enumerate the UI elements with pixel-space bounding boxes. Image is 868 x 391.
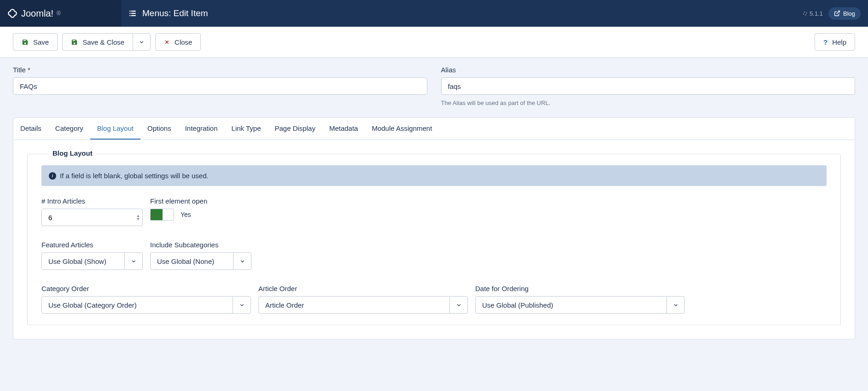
version-text: 5.1.1 bbox=[810, 10, 823, 17]
chevron-down-icon bbox=[139, 39, 145, 45]
tab-blog-layout[interactable]: Blog Layout bbox=[90, 118, 140, 140]
first-element-open-label: First element open bbox=[150, 197, 251, 205]
header-right: 5.1.1 Blog bbox=[803, 7, 868, 20]
tabs: Details Category Blog Layout Options Int… bbox=[13, 118, 855, 140]
first-element-open-group: First element open Yes bbox=[150, 197, 251, 226]
external-link-icon bbox=[834, 10, 840, 17]
tab-integration[interactable]: Integration bbox=[178, 118, 225, 140]
first-element-open-value: Yes bbox=[181, 211, 191, 218]
article-order-select[interactable]: Article Order bbox=[258, 296, 468, 314]
joomla-logo[interactable]: Joomla!® bbox=[6, 7, 61, 19]
title-label: Title * bbox=[13, 66, 427, 74]
save-button[interactable]: Save bbox=[13, 33, 58, 51]
date-ordering-select[interactable]: Use Global (Published) bbox=[475, 296, 685, 314]
featured-articles-select[interactable]: Use Global (Show) bbox=[41, 252, 143, 270]
tab-module-assignment[interactable]: Module Assignment bbox=[365, 118, 439, 140]
article-order-group: Article Order Article Order bbox=[258, 285, 468, 314]
date-ordering-group: Date for Ordering Use Global (Published) bbox=[475, 285, 685, 314]
save-close-button[interactable]: Save & Close bbox=[62, 33, 133, 51]
alias-label: Alias bbox=[441, 66, 856, 74]
brand-section: Joomla!® bbox=[0, 0, 121, 27]
page-title: Menus: Edit Item bbox=[142, 8, 208, 18]
category-order-group: Category Order Use Global (Category Orde… bbox=[41, 285, 251, 314]
intro-articles-input[interactable] bbox=[41, 209, 143, 226]
include-subcategories-label: Include Subcategories bbox=[150, 241, 251, 249]
site-link-label: Blog bbox=[843, 10, 855, 17]
help-button[interactable]: ? Help bbox=[815, 33, 855, 51]
alias-column: Alias The Alias will be used as part of … bbox=[441, 66, 856, 106]
close-icon bbox=[164, 39, 170, 45]
svg-rect-1 bbox=[131, 11, 136, 12]
list-icon bbox=[128, 9, 137, 18]
intro-articles-group: # Intro Articles ▲ ▼ bbox=[41, 197, 143, 226]
chevron-down-icon: ▼ bbox=[136, 217, 140, 221]
tab-details[interactable]: Details bbox=[13, 118, 48, 140]
close-button[interactable]: Close bbox=[155, 33, 201, 51]
alias-help-text: The Alias will be used as part of the UR… bbox=[441, 99, 856, 106]
blog-layout-fieldset: Blog Layout i If a field is left blank, … bbox=[27, 154, 841, 325]
first-element-open-toggle[interactable] bbox=[150, 209, 174, 221]
svg-rect-2 bbox=[129, 13, 130, 14]
save-icon bbox=[22, 39, 29, 46]
include-subcategories-select[interactable]: Use Global (None) bbox=[150, 252, 251, 270]
title-column: Title * bbox=[13, 66, 427, 106]
content-area: Title * Alias The Alias will be used as … bbox=[0, 58, 868, 348]
top-header: Joomla!® Menus: Edit Item 5.1.1 Blog bbox=[0, 0, 868, 27]
toggle-handle bbox=[151, 209, 163, 220]
info-box: i If a field is left blank, global setti… bbox=[41, 165, 827, 186]
page-title-section: Menus: Edit Item bbox=[121, 8, 216, 18]
intro-articles-stepper[interactable]: ▲ ▼ bbox=[136, 214, 140, 221]
featured-articles-group: Featured Articles Use Global (Show) bbox=[41, 241, 143, 270]
toolbar: Save Save & Close Close ? Help bbox=[0, 27, 868, 58]
article-order-label: Article Order bbox=[258, 285, 468, 292]
tab-link-type[interactable]: Link Type bbox=[225, 118, 268, 140]
info-icon: i bbox=[49, 172, 56, 180]
tab-options[interactable]: Options bbox=[140, 118, 178, 140]
title-input[interactable] bbox=[13, 77, 427, 95]
save-close-dropdown-button[interactable] bbox=[133, 33, 151, 51]
intro-articles-label: # Intro Articles bbox=[41, 197, 143, 205]
svg-line-6 bbox=[837, 11, 839, 14]
help-icon: ? bbox=[823, 38, 827, 46]
version-badge[interactable]: 5.1.1 bbox=[803, 10, 823, 17]
save-close-group: Save & Close bbox=[62, 33, 151, 51]
alias-input[interactable] bbox=[441, 77, 856, 95]
include-subcategories-group: Include Subcategories Use Global (None) bbox=[150, 241, 251, 270]
save-icon bbox=[71, 39, 78, 46]
title-row: Title * Alias The Alias will be used as … bbox=[13, 66, 855, 106]
svg-rect-0 bbox=[129, 11, 130, 12]
tab-metadata[interactable]: Metadata bbox=[322, 118, 365, 140]
svg-rect-5 bbox=[131, 15, 136, 16]
svg-rect-4 bbox=[129, 15, 130, 16]
svg-rect-3 bbox=[131, 13, 136, 14]
tab-body: Blog Layout i If a field is left blank, … bbox=[13, 140, 855, 339]
brand-text: Joomla! bbox=[21, 8, 53, 19]
fieldset-legend: Blog Layout bbox=[49, 149, 96, 157]
site-link-button[interactable]: Blog bbox=[828, 7, 861, 20]
joomla-icon bbox=[6, 7, 18, 19]
tab-page-display[interactable]: Page Display bbox=[268, 118, 322, 140]
tab-category[interactable]: Category bbox=[48, 118, 90, 140]
tab-container: Details Category Blog Layout Options Int… bbox=[13, 117, 855, 339]
featured-articles-label: Featured Articles bbox=[41, 241, 143, 249]
info-text: If a field is left blank, global setting… bbox=[60, 172, 209, 180]
date-ordering-label: Date for Ordering bbox=[475, 285, 685, 292]
joomla-small-icon bbox=[803, 11, 808, 16]
category-order-select[interactable]: Use Global (Category Order) bbox=[41, 296, 251, 314]
category-order-label: Category Order bbox=[41, 285, 251, 292]
